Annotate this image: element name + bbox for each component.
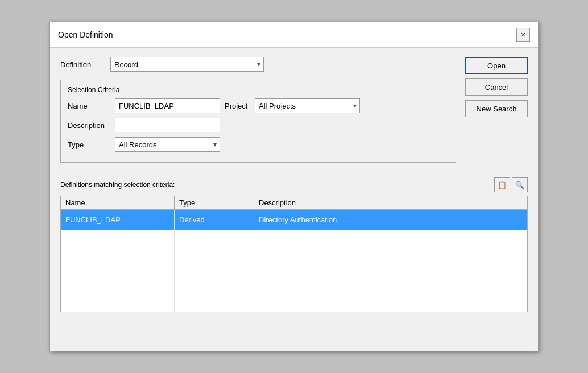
type-row: Type All Records Derived Standard Dynami… — [68, 137, 449, 152]
selection-criteria-box: Selection Criteria Name Project All Proj… — [60, 80, 456, 163]
close-button[interactable]: × — [516, 28, 530, 42]
header-row: Name Type Description — [61, 196, 528, 210]
matching-label: Definitions matching selection criteria: — [60, 181, 175, 189]
bottom-section: Definitions matching selection criteria:… — [50, 177, 538, 321]
project-select-wrapper: All Projects Project A Project B — [255, 98, 360, 113]
open-definition-dialog: Open Definition × Definition Record File… — [49, 22, 539, 351]
table-row-empty-4 — [61, 271, 528, 285]
project-select[interactable]: All Projects Project A Project B — [255, 98, 360, 113]
title-bar: Open Definition × — [50, 22, 538, 48]
dialog-title: Open Definition — [58, 30, 113, 39]
description-input[interactable] — [115, 118, 220, 132]
row-description: Directory Authentication — [254, 210, 528, 230]
table-header: Name Type Description — [61, 196, 528, 210]
search-view-button[interactable]: 🔍 — [512, 177, 528, 192]
list-view-button[interactable]: 📋 — [494, 177, 510, 192]
definition-label: Definition — [60, 60, 106, 69]
definition-select[interactable]: Record File View Table — [110, 57, 264, 72]
col-header-description: Description — [254, 196, 528, 210]
matching-bar: Definitions matching selection criteria:… — [60, 177, 528, 192]
selection-criteria-title: Selection Criteria — [68, 86, 449, 94]
type-select-wrapper: All Records Derived Standard Dynamic — [115, 137, 220, 152]
type-select[interactable]: All Records Derived Standard Dynamic — [115, 137, 220, 152]
table-body: FUNCLIB_LDAP Derived Directory Authentic… — [61, 210, 528, 312]
type-label: Type — [68, 140, 110, 149]
left-panel: Definition Record File View Table Select… — [60, 57, 456, 168]
results-table: Name Type Description FUNCLIB_LDAP Deriv… — [60, 196, 528, 312]
search-icon: 🔍 — [515, 181, 524, 189]
list-icon: 📋 — [498, 181, 507, 189]
name-label: Name — [68, 102, 110, 110]
open-button[interactable]: Open — [465, 57, 528, 74]
table-row-empty-3 — [61, 258, 528, 271]
new-search-button[interactable]: New Search — [465, 100, 528, 117]
table-row-empty-6 — [61, 299, 528, 312]
description-label: Description — [68, 121, 110, 130]
table-row[interactable]: FUNCLIB_LDAP Derived Directory Authentic… — [61, 210, 528, 230]
row-name: FUNCLIB_LDAP — [61, 210, 175, 230]
icon-buttons: 📋 🔍 — [494, 177, 528, 192]
table-row-empty-1 — [61, 230, 528, 244]
dialog-body: Definition Record File View Table Select… — [50, 48, 538, 177]
col-header-type: Type — [175, 196, 254, 210]
table-row-empty-5 — [61, 285, 528, 299]
col-header-name: Name — [61, 196, 175, 210]
name-project-row: Name Project All Projects Project A Proj… — [68, 98, 449, 113]
cancel-button[interactable]: Cancel — [465, 78, 528, 96]
row-type: Derived — [175, 210, 254, 230]
definition-row: Definition Record File View Table — [60, 57, 456, 72]
project-label: Project — [225, 102, 250, 110]
right-panel: Open Cancel New Search — [465, 57, 528, 168]
definition-select-wrapper: Record File View Table — [110, 57, 264, 72]
description-row: Description — [68, 118, 449, 132]
table-row-empty-2 — [61, 244, 528, 258]
name-input[interactable] — [115, 98, 220, 113]
